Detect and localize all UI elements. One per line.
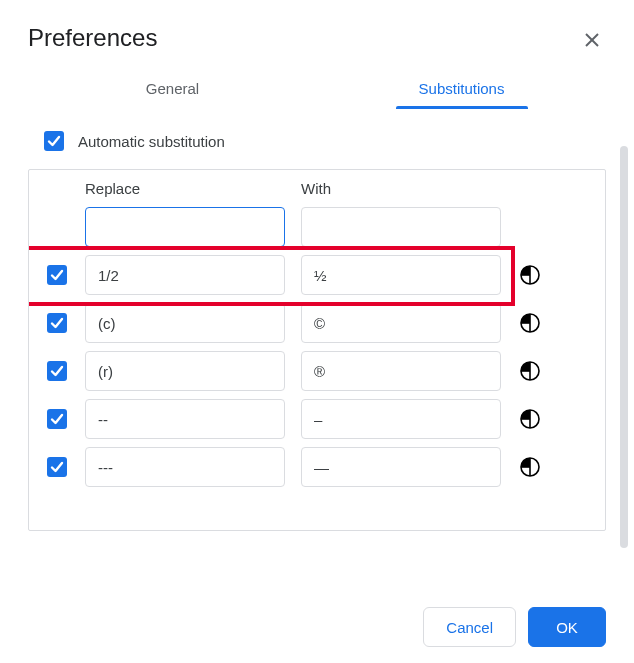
replace-input[interactable]	[85, 207, 285, 247]
column-header-replace: Replace	[85, 180, 301, 197]
table-row	[43, 395, 591, 443]
row-enable-checkbox[interactable]	[47, 361, 67, 381]
tab-substitutions[interactable]: Substitutions	[317, 70, 606, 109]
row-enable-checkbox[interactable]	[47, 409, 67, 429]
with-input[interactable]	[301, 447, 501, 487]
table-row	[43, 299, 591, 347]
row-enable-checkbox[interactable]	[47, 313, 67, 333]
with-input[interactable]	[301, 207, 501, 247]
replace-input[interactable]	[85, 399, 285, 439]
dialog-title: Preferences	[28, 24, 157, 52]
substitutions-table: Replace With	[28, 169, 606, 531]
table-row	[43, 251, 591, 299]
automatic-substitution-checkbox[interactable]	[44, 131, 64, 151]
substitution-rows	[43, 203, 591, 491]
column-header-with: With	[301, 180, 331, 197]
replace-input[interactable]	[85, 351, 285, 391]
replace-input[interactable]	[85, 447, 285, 487]
shared-icon	[519, 456, 541, 478]
table-row	[43, 203, 591, 251]
row-enable-checkbox[interactable]	[47, 457, 67, 477]
shared-icon	[519, 360, 541, 382]
table-row	[43, 443, 591, 491]
preferences-dialog: Preferences General Substitutions Automa…	[0, 0, 634, 663]
ok-button[interactable]: OK	[528, 607, 606, 647]
tab-general[interactable]: General	[28, 70, 317, 109]
row-enable-checkbox[interactable]	[47, 265, 67, 285]
automatic-substitution-row: Automatic substitution	[28, 131, 606, 151]
scrollbar[interactable]	[620, 146, 628, 548]
table-row	[43, 347, 591, 395]
replace-input[interactable]	[85, 255, 285, 295]
replace-input[interactable]	[85, 303, 285, 343]
dialog-footer: Cancel OK	[423, 607, 606, 647]
with-input[interactable]	[301, 399, 501, 439]
cancel-button[interactable]: Cancel	[423, 607, 516, 647]
with-input[interactable]	[301, 351, 501, 391]
close-button[interactable]	[578, 26, 606, 54]
with-input[interactable]	[301, 303, 501, 343]
shared-icon	[519, 408, 541, 430]
with-input[interactable]	[301, 255, 501, 295]
shared-icon	[519, 312, 541, 334]
automatic-substitution-label: Automatic substitution	[78, 133, 225, 150]
shared-icon	[519, 264, 541, 286]
tabs: General Substitutions	[28, 70, 606, 109]
